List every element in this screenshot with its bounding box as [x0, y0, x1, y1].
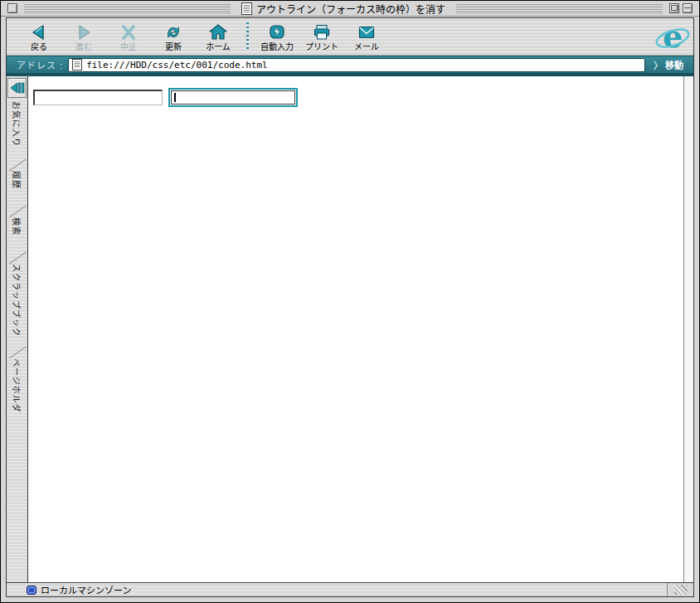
- focus-ring: [168, 88, 298, 107]
- autofill-icon: [267, 22, 287, 42]
- mail-icon: [357, 22, 377, 42]
- sidebar-tab-pageholder-label: ページホルダ: [11, 358, 23, 413]
- page-content: [28, 76, 683, 582]
- forward-label: 進む: [75, 42, 92, 52]
- go-button[interactable]: 〉 移動: [645, 56, 690, 73]
- titlebar-stripes[interactable]: [456, 4, 663, 13]
- text-input-focused[interactable]: [171, 90, 295, 105]
- address-url[interactable]: file:///HDD/css/etc/001/code.html: [86, 60, 268, 71]
- address-field[interactable]: file:///HDD/css/etc/001/code.html: [68, 58, 645, 72]
- status-zone-text: ローカルマシンゾーン: [41, 583, 131, 596]
- grow-box[interactable]: [667, 583, 693, 596]
- sidebar-tab-scrapbook-label: スクラップブック: [11, 264, 23, 337]
- window-title-group: アウトライン（フォーカス時の枠）を消す: [236, 2, 451, 16]
- print-button[interactable]: プリント: [301, 20, 343, 52]
- address-page-icon: [72, 59, 82, 71]
- zoom-box[interactable]: [669, 3, 679, 13]
- sidebar-tab-divider: [7, 347, 27, 358]
- title-bar: アウトライン（フォーカス時の枠）を消す: [1, 1, 699, 17]
- go-chevron-icon: 〉: [654, 58, 663, 71]
- home-label: ホーム: [206, 42, 231, 52]
- sidebar-tab-search[interactable]: 検索: [7, 217, 27, 252]
- sidebar-tab-divider: [7, 159, 27, 171]
- forward-icon: [74, 22, 94, 42]
- back-label: 戻る: [31, 42, 47, 52]
- address-bar: アドレス : file:///HDD/css/etc/001/code.html…: [7, 56, 693, 73]
- svg-text:e: e: [663, 20, 683, 55]
- stop-icon: [119, 22, 139, 42]
- back-icon: [29, 22, 49, 42]
- forward-button[interactable]: 進む: [63, 20, 105, 52]
- ie-logo: e: [655, 20, 690, 55]
- sidebar-tab-favorites[interactable]: お気に入り: [7, 101, 27, 159]
- resize-grip-icon: [674, 585, 688, 595]
- app-frame: 戻る 進む 中止: [6, 17, 694, 597]
- refresh-label: 更新: [165, 42, 182, 52]
- window-title: アウトライン（フォーカス時の枠）を消す: [256, 2, 445, 16]
- home-button[interactable]: ホーム: [197, 20, 239, 52]
- refresh-button[interactable]: 更新: [153, 20, 194, 52]
- sidebar-tab-favorites-label: お気に入り: [11, 101, 23, 147]
- go-label: 移動: [665, 58, 683, 71]
- home-icon: [208, 22, 228, 42]
- sidebar-tab-history[interactable]: 履歴: [7, 171, 27, 206]
- sidebar-tab-history-label: 履歴: [11, 171, 23, 189]
- mail-button[interactable]: メール: [346, 20, 387, 52]
- sidebar-collapse-button[interactable]: [7, 78, 27, 98]
- security-zone-icon: [27, 586, 36, 595]
- sidebar-tab-divider: [7, 252, 27, 264]
- print-label: プリント: [305, 42, 338, 52]
- address-label: アドレス :: [17, 58, 63, 71]
- refresh-icon: [163, 22, 183, 42]
- mail-label: メール: [354, 42, 379, 52]
- back-button[interactable]: 戻る: [18, 20, 60, 52]
- status-bar: ローカルマシンゾーン: [7, 582, 693, 596]
- toolbar-separator: [246, 22, 249, 51]
- text-caret: [174, 93, 176, 102]
- stop-button[interactable]: 中止: [108, 20, 149, 52]
- close-box[interactable]: [7, 3, 17, 13]
- stop-label: 中止: [120, 42, 137, 52]
- print-icon: [312, 22, 332, 42]
- collapse-sidebar-icon: [10, 82, 25, 94]
- body-row: お気に入り 履歴 検索 スクラップブック ページホルダ: [7, 76, 693, 582]
- sidebar-tab-scrapbook[interactable]: スクラップブック: [7, 264, 27, 347]
- titlebar-stripes[interactable]: [24, 4, 231, 13]
- text-input-plain[interactable]: [33, 90, 163, 105]
- vertical-scrollbar[interactable]: [683, 76, 693, 582]
- collapse-box[interactable]: [683, 3, 693, 13]
- sidebar-tab-divider: [7, 206, 27, 217]
- sidebar: お気に入り 履歴 検索 スクラップブック ページホルダ: [7, 76, 28, 582]
- autofill-label: 自動入力: [260, 42, 294, 52]
- sidebar-tab-pageholder[interactable]: ページホルダ: [7, 358, 27, 425]
- page-icon: [241, 2, 252, 15]
- toolbar: 戻る 進む 中止: [7, 18, 693, 56]
- autofill-button[interactable]: 自動入力: [256, 20, 298, 52]
- sidebar-tab-search-label: 検索: [11, 217, 23, 236]
- browser-window: アウトライン（フォーカス時の枠）を消す 戻る: [0, 0, 700, 603]
